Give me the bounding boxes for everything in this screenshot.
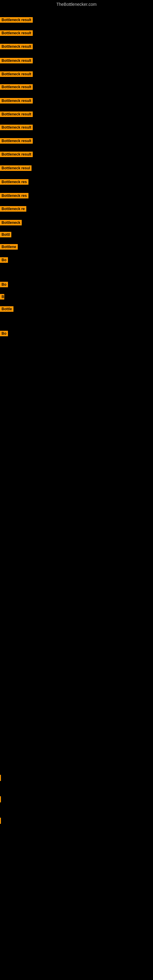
bottleneck-result-item: Bottleneck result: [0, 17, 33, 24]
bottleneck-badge: Bottleneck re: [0, 206, 26, 212]
bottleneck-result-item: Bo: [0, 331, 8, 337]
bottleneck-result-item: Bo: [0, 257, 8, 264]
bottleneck-badge: Bottleneck result: [0, 17, 33, 23]
bottleneck-result-item: Bottleneck result: [0, 111, 33, 118]
vertical-bar: [0, 796, 1, 802]
bottleneck-badge: Bottleneck result: [0, 30, 33, 36]
bottleneck-result-item: Bottleneck res: [0, 179, 29, 186]
bottleneck-result-item: Bottleneck resul: [0, 165, 32, 172]
bottleneck-badge: Bottleneck result: [0, 58, 33, 64]
bottleneck-badge: Bottleneck res: [0, 179, 29, 185]
bottleneck-badge: Bottleneck result: [0, 84, 33, 90]
bottleneck-result-item: Bottleneck result: [0, 151, 33, 158]
bottleneck-result-item: Bottleneck result: [0, 138, 33, 145]
bottleneck-badge: Bo: [0, 257, 8, 263]
vertical-bar: [0, 818, 1, 824]
bottleneck-badge: Bottle: [0, 306, 13, 312]
bottleneck-result-item: Bottlene: [0, 244, 18, 251]
bottleneck-result-item: Bottleneck result: [0, 125, 33, 131]
bottleneck-result-item: Bottl: [0, 232, 11, 239]
bottleneck-badge: Bottleneck res: [0, 193, 29, 199]
bottleneck-badge: Bottleneck result: [0, 44, 33, 49]
bottleneck-result-item: Bottleneck result: [0, 72, 33, 78]
bottleneck-badge: Bottleneck result: [0, 111, 33, 117]
bottleneck-badge: Bottleneck result: [0, 151, 33, 157]
bottleneck-result-item: Bottleneck result: [0, 44, 33, 51]
bottleneck-result-item: Bo: [0, 282, 8, 288]
site-title: TheBottlenecker.com: [0, 0, 153, 9]
vertical-bar: [0, 775, 1, 781]
bottleneck-badge: Bottleneck result: [0, 138, 33, 144]
bottleneck-result-item: Bottle: [0, 306, 13, 313]
bottleneck-badge: Bottl: [0, 232, 11, 237]
bottleneck-result-item: Bottleneck result: [0, 58, 33, 65]
bottleneck-badge: Bo: [0, 282, 8, 287]
bottleneck-badge: B: [0, 294, 4, 299]
bottleneck-result-item: Bottleneck result: [0, 30, 33, 37]
bottleneck-badge: Bo: [0, 331, 8, 336]
bottleneck-badge: Bottlene: [0, 244, 18, 250]
bottleneck-result-item: Bottleneck: [0, 220, 22, 227]
bottleneck-result-item: Bottleneck res: [0, 193, 29, 200]
bottleneck-badge: Bottleneck result: [0, 125, 33, 130]
bottleneck-badge: Bottleneck resul: [0, 165, 32, 171]
bottleneck-result-item: Bottleneck result: [0, 84, 33, 91]
bottleneck-result-item: Bottleneck result: [0, 98, 33, 105]
bottleneck-badge: Bottleneck result: [0, 72, 33, 77]
bottleneck-badge: Bottleneck: [0, 220, 22, 225]
bottleneck-result-item: Bottleneck re: [0, 206, 26, 213]
bottleneck-badge: Bottleneck result: [0, 98, 33, 103]
bottleneck-result-item: B: [0, 294, 4, 301]
